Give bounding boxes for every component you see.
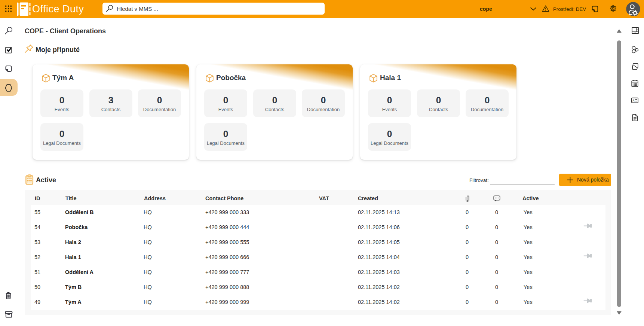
svg-text:A: A <box>632 99 635 102</box>
